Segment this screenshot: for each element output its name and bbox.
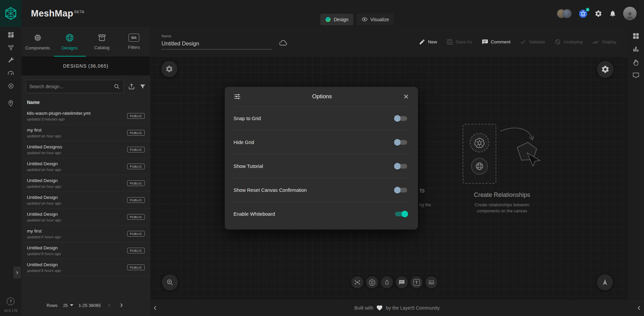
nav-dashboard-button[interactable] [4, 28, 17, 41]
components-chip-icon [33, 33, 42, 42]
next-page-button[interactable] [118, 302, 125, 309]
comment-tool-button[interactable] [396, 276, 408, 288]
collaborator-avatars [557, 9, 572, 18]
comments-dock-button[interactable] [632, 72, 640, 79]
chart-button[interactable] [632, 45, 640, 53]
toggle-knob [394, 187, 401, 194]
rows-per-page-select[interactable]: 25 [63, 303, 73, 308]
design-list-item[interactable]: Untitled Design updated an hour ago PUBL… [22, 158, 150, 175]
option-label: Show Reset Canvas Confirmation [234, 187, 307, 193]
shapes-droplet-button[interactable] [381, 276, 393, 288]
design-name: my first [27, 229, 124, 234]
option-label: Show Tutorial [234, 164, 263, 169]
option-toggle[interactable] [395, 188, 407, 192]
design-list-item[interactable]: Untitled Designss updated an hour ago PU… [22, 141, 150, 158]
design-updated: updated an hour ago [27, 151, 124, 155]
pencil-icon [419, 39, 425, 45]
mesh-gear-button[interactable] [161, 61, 177, 77]
design-info: Untitled Designss updated an hour ago [27, 144, 127, 155]
rows-label: Rows [47, 303, 58, 308]
search-box [26, 80, 124, 93]
kubernetes-context-button[interactable]: 1 [578, 9, 588, 18]
tab-designs[interactable]: Designs [54, 27, 86, 57]
kubernetes-tool-button[interactable] [366, 276, 378, 288]
gesture-hand-button[interactable] [632, 59, 640, 66]
design-list-item[interactable]: Untitled Design updated 8 hours ago PUBL… [22, 259, 150, 276]
design-list-item[interactable]: Untitled Design updated an hour ago PUBL… [22, 209, 150, 225]
design-name: Untitled Design [27, 161, 124, 166]
prev-page-button[interactable] [106, 302, 113, 309]
design-visibility-badge: PUBLIC [127, 197, 145, 203]
nav-performance-button[interactable] [4, 67, 17, 79]
user-avatar-button[interactable] [623, 7, 637, 20]
design-list-item[interactable]: my first updated an hour ago PUBLIC [22, 125, 150, 141]
footer-collapse-left-button[interactable] [151, 304, 159, 312]
zoom-button[interactable] [162, 274, 178, 290]
design-info: my first updated 6 hours ago [27, 229, 127, 239]
tab-components[interactable]: Components [22, 27, 54, 57]
tab-filters[interactable]: WA Filters [118, 27, 150, 57]
toggle-knob [394, 115, 401, 122]
beta-tag: BETA [74, 10, 84, 14]
validate-button[interactable]: Validate [520, 39, 545, 45]
deploy-button[interactable]: Deploy [592, 39, 616, 45]
cloud-sync-icon [279, 38, 288, 49]
media-tool-button[interactable] [425, 276, 437, 288]
panels-grid-button[interactable] [632, 32, 640, 40]
layer5-logo-button[interactable] [0, 0, 22, 27]
deploy-plane-button[interactable] [597, 274, 613, 290]
search-input[interactable] [29, 84, 111, 89]
upload-design-button[interactable] [128, 83, 135, 90]
close-icon[interactable] [403, 94, 409, 100]
save-as-button[interactable]: Save As [446, 39, 472, 45]
undeploy-button[interactable]: Undeploy [554, 39, 583, 45]
filter-funnel-button[interactable] [139, 83, 146, 90]
design-list-item[interactable]: Untitled Design updated 8 hours ago PUBL… [22, 242, 150, 259]
option-toggle[interactable] [395, 164, 407, 169]
nav-meshmap-pin-button[interactable] [4, 97, 17, 110]
text-tool-glyph: T [414, 279, 420, 286]
option-toggle[interactable] [395, 212, 407, 216]
design-info: k8s-wasm-plugin-ratelimiter.yml updated … [27, 111, 127, 121]
design-name-input[interactable] [162, 40, 273, 49]
comment-icon [482, 39, 488, 45]
design-list-item[interactable]: Untitled Design updated an hour ago PUBL… [22, 175, 150, 192]
footer-collapse-right-button[interactable] [635, 304, 643, 312]
eye-icon [361, 16, 368, 23]
canvas-options-button[interactable] [597, 61, 614, 78]
tab-label: Filters [128, 45, 140, 50]
action-label: Deploy [602, 39, 616, 44]
option-toggle[interactable] [395, 116, 407, 121]
expand-drawer-button[interactable] [13, 267, 21, 279]
design-list-item[interactable]: my first updated 6 hours ago PUBLIC [22, 225, 150, 242]
text-tool-button[interactable]: T [410, 276, 423, 288]
top-bar: MeshMapBETA Design Visualize [0, 0, 644, 27]
options-modal-header: Options [225, 87, 418, 106]
tab-catalog[interactable]: Catalog [86, 27, 118, 57]
option-label: Hide Grid [234, 140, 254, 145]
canvas-mini-toolbar: T [351, 276, 437, 288]
nav-extensions-button[interactable] [4, 79, 17, 92]
option-toggle[interactable] [395, 140, 407, 145]
nav-lifecycle-button[interactable] [4, 41, 17, 54]
notifications-bell-button[interactable] [609, 10, 616, 17]
nav-configuration-button[interactable] [4, 54, 17, 67]
action-label: Save As [456, 39, 472, 44]
design-name: Untitled Design [27, 212, 124, 217]
slash-circle-icon [554, 39, 561, 45]
comment-button[interactable]: Comment [482, 39, 511, 45]
settings-gear-button[interactable] [595, 10, 602, 17]
design-updated: updated an hour ago [27, 184, 124, 188]
relationship-illustration [445, 124, 559, 186]
collaborator-avatar[interactable] [563, 9, 572, 18]
network-components-button[interactable] [351, 276, 363, 288]
design-visibility-badge: PUBLIC [127, 214, 145, 220]
visualize-mode-button[interactable]: Visualize [357, 13, 394, 25]
design-list-item[interactable]: k8s-wasm-plugin-ratelimiter.yml updated … [22, 108, 150, 125]
help-button[interactable]: ? [7, 297, 14, 305]
footer-text-before: Built with [354, 305, 373, 311]
relationship-arrow-illustration [498, 124, 541, 171]
design-mode-button[interactable]: Design [320, 14, 353, 25]
new-design-button[interactable]: New [419, 39, 437, 45]
design-list-item[interactable]: Untitled Design updated an hour ago PUBL… [22, 192, 150, 209]
